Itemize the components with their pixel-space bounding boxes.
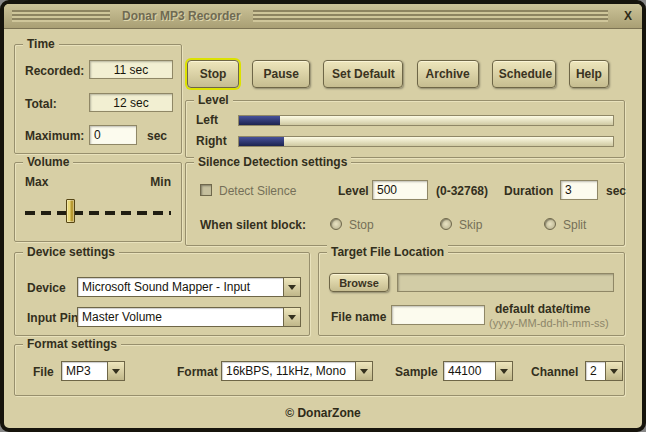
- app-window: Donar MP3 Recorder X Time Recorded: 11 s…: [0, 0, 646, 432]
- maximum-unit-label: sec: [147, 129, 167, 143]
- time-group: Time Recorded: 11 sec Total: 12 sec Maxi…: [14, 44, 182, 154]
- chevron-down-icon: [112, 369, 120, 374]
- format-label: Format: [177, 365, 218, 379]
- chevron-down-icon: [288, 285, 296, 290]
- silence-level-range-label: (0-32768): [436, 184, 488, 198]
- silent-split-label: Split: [563, 218, 586, 232]
- format-select-value: 16kBPS, 11kHz, Mono: [222, 362, 355, 380]
- device-label: Device: [27, 281, 66, 295]
- transport-button-row: Stop Pause Set Default Archive Schedule …: [187, 60, 609, 88]
- copyright-text: © DonarZone: [4, 406, 642, 420]
- schedule-button[interactable]: Schedule: [492, 60, 556, 88]
- device-group-label: Device settings: [23, 245, 119, 259]
- set-default-button[interactable]: Set Default: [323, 60, 403, 88]
- volume-slider-handle[interactable]: [66, 199, 75, 223]
- volume-group-label: Volume: [23, 155, 73, 169]
- window-title: Donar MP3 Recorder: [110, 9, 253, 23]
- chevron-down-icon: [500, 369, 508, 374]
- target-path-field: [397, 273, 614, 292]
- detect-silence-label: Detect Silence: [219, 184, 296, 198]
- titlebar: Donar MP3 Recorder X: [4, 4, 642, 29]
- device-select-chevron[interactable]: [283, 278, 300, 296]
- total-label: Total:: [25, 97, 57, 111]
- chevron-down-icon: [610, 369, 618, 374]
- silence-level-input[interactable]: 500: [372, 180, 428, 200]
- level-right-label: Right: [196, 134, 230, 148]
- input-pin-select-chevron[interactable]: [283, 308, 300, 326]
- silence-duration-label: Duration: [504, 184, 553, 198]
- maximum-input[interactable]: 0: [89, 125, 137, 145]
- default-datetime-hint: default date/time: [495, 302, 590, 316]
- time-group-label: Time: [23, 37, 59, 51]
- level-left-label: Left: [196, 113, 230, 127]
- input-pin-label: Input Pin: [27, 311, 78, 325]
- format-select-chevron[interactable]: [355, 362, 372, 380]
- detect-silence-checkbox[interactable]: [200, 184, 212, 196]
- pause-button[interactable]: Pause: [252, 60, 310, 88]
- input-pin-select-value: Master Volume: [78, 308, 283, 326]
- format-group: Format settings File MP3 Format 16kBPS, …: [14, 344, 625, 396]
- format-group-label: Format settings: [23, 337, 121, 351]
- sample-select-value: 44100: [444, 362, 495, 380]
- file-name-label: File name: [331, 310, 386, 324]
- target-group: Target File Location Browse File name de…: [318, 252, 625, 336]
- level-right-fill: [239, 137, 284, 146]
- maximum-label: Maximum:: [25, 129, 84, 143]
- file-type-select-chevron[interactable]: [107, 362, 124, 380]
- level-row-left: Left: [196, 113, 614, 127]
- help-button[interactable]: Help: [569, 60, 609, 88]
- sample-select[interactable]: 44100: [443, 361, 513, 381]
- silence-duration-input[interactable]: 3: [560, 180, 598, 200]
- level-group: Level Left Right: [185, 100, 625, 158]
- chevron-down-icon: [360, 369, 368, 374]
- total-value-field: 12 sec: [89, 93, 173, 112]
- browse-button[interactable]: Browse: [329, 273, 389, 292]
- device-select[interactable]: Microsoft Sound Mapper - Input: [77, 277, 301, 297]
- sample-label: Sample: [395, 365, 438, 379]
- titlebar-stripes-right: [253, 10, 608, 22]
- volume-max-label: Max: [25, 175, 48, 189]
- channel-label: Channel: [531, 365, 578, 379]
- level-meters: Left Right: [196, 113, 614, 148]
- channel-select[interactable]: 2: [585, 361, 623, 381]
- file-name-input[interactable]: [391, 305, 485, 325]
- input-pin-select[interactable]: Master Volume: [77, 307, 301, 327]
- silent-stop-radio[interactable]: [330, 218, 342, 230]
- silent-skip-label: Skip: [459, 218, 482, 232]
- recorded-label: Recorded:: [25, 64, 84, 78]
- file-type-label: File: [33, 365, 54, 379]
- recorded-value-field: 11 sec: [89, 60, 173, 79]
- when-silent-label: When silent block:: [200, 218, 306, 232]
- target-group-label: Target File Location: [327, 245, 448, 259]
- silence-group-label: Silence Detection settings: [194, 155, 351, 169]
- silence-group: Silence Detection settings Detect Silenc…: [185, 162, 625, 246]
- level-row-right: Right: [196, 134, 614, 148]
- archive-button[interactable]: Archive: [417, 60, 479, 88]
- silence-duration-unit-label: sec: [606, 184, 626, 198]
- stop-button[interactable]: Stop: [187, 60, 239, 88]
- datetime-format-hint: (yyyy-MM-dd-hh-mm-ss): [489, 317, 609, 329]
- volume-slider-track[interactable]: [25, 211, 171, 215]
- level-group-label: Level: [194, 93, 233, 107]
- silent-skip-radio[interactable]: [440, 218, 452, 230]
- file-type-select-value: MP3: [62, 362, 107, 380]
- volume-min-label: Min: [150, 175, 171, 189]
- device-group: Device settings Device Microsoft Sound M…: [14, 252, 310, 336]
- silence-level-label: Level: [338, 184, 369, 198]
- channel-select-value: 2: [586, 362, 605, 380]
- close-icon[interactable]: X: [618, 9, 638, 23]
- silent-split-radio[interactable]: [544, 218, 556, 230]
- silent-stop-label: Stop: [349, 218, 374, 232]
- level-left-fill: [239, 116, 280, 125]
- volume-group: Volume Max Min: [14, 162, 182, 242]
- level-left-meter: [238, 115, 614, 126]
- titlebar-stripes-left: [12, 10, 110, 22]
- level-right-meter: [238, 136, 614, 147]
- device-select-value: Microsoft Sound Mapper - Input: [78, 278, 283, 296]
- chevron-down-icon: [288, 315, 296, 320]
- file-type-select[interactable]: MP3: [61, 361, 125, 381]
- sample-select-chevron[interactable]: [495, 362, 512, 380]
- channel-select-chevron[interactable]: [605, 362, 622, 380]
- format-select[interactable]: 16kBPS, 11kHz, Mono: [221, 361, 373, 381]
